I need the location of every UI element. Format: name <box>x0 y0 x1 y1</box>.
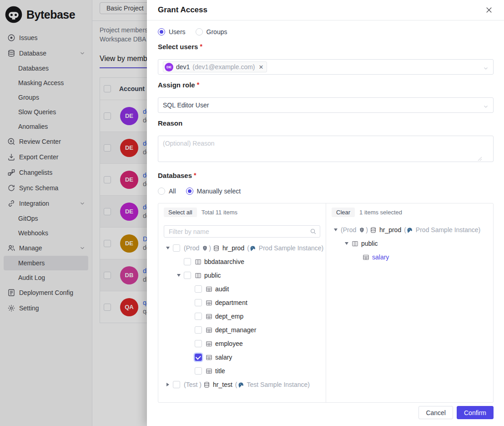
radio-users[interactable]: Users <box>158 28 186 36</box>
expand-caret-icon[interactable] <box>165 381 171 388</box>
table-name: dept_emp <box>215 313 243 320</box>
tree-checkbox[interactable] <box>195 367 202 375</box>
shield-icon <box>202 245 208 251</box>
radio-users-label: Users <box>169 28 186 36</box>
radio-users-control[interactable] <box>158 28 165 36</box>
confirm-button[interactable]: Confirm <box>457 406 494 419</box>
required-marker: * <box>200 43 202 50</box>
environment-label: (Test <box>184 381 197 388</box>
caret-spacer <box>186 313 193 320</box>
tree-node-public[interactable]: public <box>164 269 320 282</box>
tree-node-hr_prod[interactable]: (Prod)hr_prod(Prod Sample Instance) <box>164 241 320 255</box>
selected-count-text: 1 items selected <box>359 209 402 216</box>
databases-label: Databases * <box>158 171 494 179</box>
radio-groups-label: Groups <box>207 28 227 36</box>
postgres-icon <box>249 245 256 252</box>
instance-name: Prod Sample Instance) <box>416 226 480 233</box>
close-icon[interactable] <box>484 5 494 15</box>
table-icon <box>206 340 212 347</box>
modal-header: Grant Access <box>147 0 504 20</box>
expand-caret-icon[interactable] <box>343 240 350 247</box>
tree-node-bbdataarchive[interactable]: bbdataarchive <box>164 255 320 269</box>
database-name: hr_prod <box>222 244 244 252</box>
instance-name: Test Sample Instance) <box>247 381 310 388</box>
caret-spacer <box>354 254 361 260</box>
tree-node-dept_manager[interactable]: dept_manager <box>164 323 320 337</box>
radio-all-control[interactable] <box>158 188 165 195</box>
schema-icon <box>195 272 202 279</box>
grant-access-modal: Grant Access Users Groups Select users <box>147 0 504 426</box>
modal-footer: Cancel Confirm <box>418 406 494 419</box>
required-marker: * <box>194 172 196 179</box>
chevron-down-icon <box>483 65 489 73</box>
tree-node-dept_emp[interactable]: dept_emp <box>164 309 320 323</box>
cancel-button[interactable]: Cancel <box>418 406 453 419</box>
tree-node-salary[interactable]: salary <box>164 350 320 364</box>
select-users-label: Select users * <box>158 42 494 51</box>
reason-textarea[interactable] <box>158 136 494 162</box>
user-tag: DE dev1 (dev1@example.com) ✕ <box>163 61 267 72</box>
environment-label-close: ) <box>199 381 202 388</box>
assign-role-value: SQL Editor User <box>163 101 209 109</box>
radio-manually-select[interactable]: Manually select <box>186 188 241 195</box>
modal-title: Grant Access <box>158 5 207 15</box>
tree-checkbox[interactable] <box>184 272 191 279</box>
database-node-icon <box>203 381 210 388</box>
table-name: department <box>215 299 247 306</box>
expand-caret-icon[interactable] <box>333 227 339 233</box>
select-all-button[interactable]: Select all <box>164 208 197 217</box>
app-root: Bytebase IssuesDatabaseDatabasesMasking … <box>0 0 504 426</box>
radio-all-databases[interactable]: All <box>158 188 176 195</box>
caret-spacer <box>186 368 193 374</box>
database-picker: Select all Total 11 items (Prod)hr_prod(… <box>158 203 494 403</box>
table-name: dept_manager <box>215 326 256 334</box>
radio-groups-control[interactable] <box>196 28 203 36</box>
table-name: salary <box>372 254 389 261</box>
tree-node-department[interactable]: department <box>164 296 320 309</box>
environment-label: (Prod <box>341 226 356 233</box>
tree-checkbox[interactable] <box>195 354 202 361</box>
table-name: salary <box>215 354 232 361</box>
tree-checkbox[interactable] <box>195 326 202 334</box>
schema-name: bbdataarchive <box>204 258 244 265</box>
total-items-text: Total 11 items <box>202 209 237 216</box>
tree-checkbox[interactable] <box>184 258 191 265</box>
radio-groups[interactable]: Groups <box>196 28 227 36</box>
tree-checkbox[interactable] <box>195 285 202 293</box>
caret-spacer <box>176 259 182 265</box>
modal-body: Users Groups Select users * DE dev1 (dev… <box>147 20 504 403</box>
table-name: title <box>215 367 225 375</box>
expand-caret-icon[interactable] <box>165 245 171 251</box>
tree-node-public[interactable]: public <box>332 237 488 250</box>
tree-node-title[interactable]: title <box>164 364 320 378</box>
environment-label-close: ) <box>366 226 368 233</box>
tree-node-audit[interactable]: audit <box>164 282 320 296</box>
tree-checkbox[interactable] <box>173 381 180 388</box>
shield-icon <box>359 227 365 233</box>
database-picker-source-panel: Select all Total 11 items (Prod)hr_prod(… <box>158 203 326 402</box>
assign-role-label: Assign role * <box>158 81 494 89</box>
tree-checkbox[interactable] <box>195 313 202 320</box>
postgres-icon <box>406 227 413 233</box>
schema-name: public <box>361 240 378 247</box>
tree-node-salary[interactable]: salary <box>332 250 488 264</box>
tree-checkbox[interactable] <box>195 299 202 306</box>
database-node-icon <box>213 245 220 252</box>
tree-node-hr_test[interactable]: (Test)hr_test(Test Sample Instance) <box>164 378 320 391</box>
clear-button[interactable]: Clear <box>332 208 355 217</box>
search-icon <box>310 228 317 237</box>
schema-icon <box>352 240 358 247</box>
tree-node-hr_prod[interactable]: (Prod)hr_prod(Prod Sample Instance) <box>332 223 488 237</box>
table-icon <box>206 286 212 293</box>
select-users-input[interactable]: DE dev1 (dev1@example.com) ✕ <box>158 59 494 75</box>
radio-manually-select-label: Manually select <box>197 188 241 195</box>
assign-role-select[interactable]: SQL Editor User <box>158 97 494 113</box>
tree-node-employee[interactable]: employee <box>164 337 320 350</box>
remove-tag-icon[interactable]: ✕ <box>259 64 264 71</box>
radio-manually-select-control[interactable] <box>186 188 193 195</box>
tree-checkbox[interactable] <box>195 340 202 347</box>
database-picker-selected-panel: Clear 1 items selected (Prod)hr_prod(Pro… <box>326 203 493 402</box>
tree-checkbox[interactable] <box>173 244 180 252</box>
expand-caret-icon[interactable] <box>176 272 182 279</box>
filter-by-name-input[interactable] <box>164 225 320 238</box>
